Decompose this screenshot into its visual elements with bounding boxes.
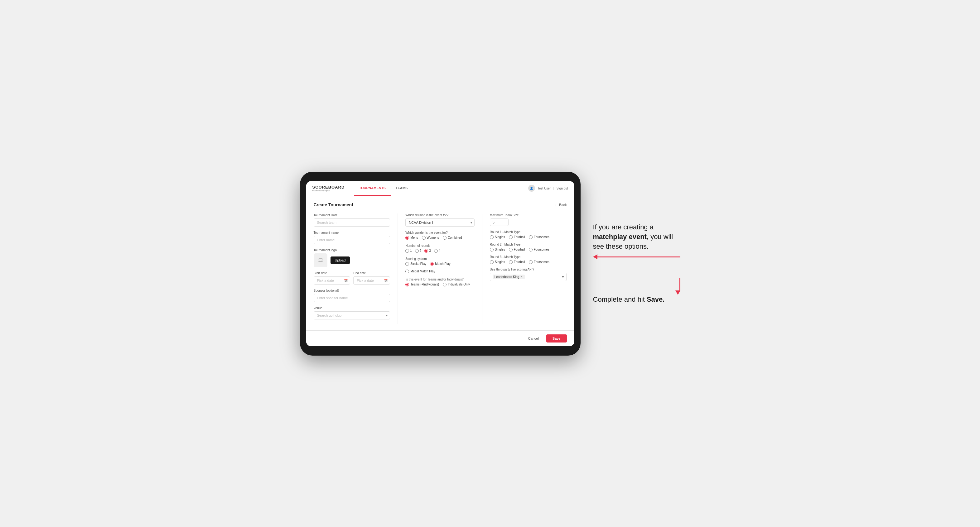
teams-label-text: Teams (+Individuals) xyxy=(410,283,439,286)
max-team-size-group: Maximum Team Size xyxy=(490,213,567,226)
gender-womens-radio[interactable] xyxy=(422,236,426,240)
sponsor-label: Sponsor (optional) xyxy=(314,289,390,292)
scoring-medal-radio[interactable] xyxy=(405,270,409,273)
round3-foursomes[interactable]: Foursomes xyxy=(529,260,549,264)
gender-radio-group: Mens Womens Combined xyxy=(405,236,474,240)
teams-option[interactable]: Teams (+Individuals) xyxy=(405,283,439,286)
gender-label: Which gender is the event for? xyxy=(405,231,474,234)
arrow-top-line xyxy=(597,257,680,257)
sponsor-input[interactable] xyxy=(314,294,390,302)
venue-input[interactable] xyxy=(314,311,390,319)
round3-foursomes-radio[interactable] xyxy=(529,260,533,264)
round1-foursomes-radio[interactable] xyxy=(529,235,533,239)
round1-match-type: Round 1 - Match Type Singles Fourball xyxy=(490,230,567,239)
logo-area: SCOREBOARD Powered by clippit xyxy=(312,185,345,192)
gender-womens-label: Womens xyxy=(427,236,439,239)
round2-label: Round 2 - Match Type xyxy=(490,243,567,246)
round-2[interactable]: 2 xyxy=(415,249,422,253)
round1-foursomes[interactable]: Foursomes xyxy=(529,235,549,239)
round-4[interactable]: 4 xyxy=(434,249,441,253)
teams-label: Is this event for Teams and/or Individua… xyxy=(405,278,474,281)
api-select-box[interactable]: Leaderboard King ✕ ▾ xyxy=(490,273,567,281)
tab-tournaments[interactable]: TOURNAMENTS xyxy=(354,181,390,196)
create-panel: Create Tournament ← Back Tournament Host xyxy=(306,196,574,330)
round2-foursomes[interactable]: Foursomes xyxy=(529,248,549,251)
gender-womens[interactable]: Womens xyxy=(422,236,439,240)
scoring-stroke[interactable]: Stroke Play xyxy=(405,262,426,266)
form-col-right: Maximum Team Size Round 1 - Match Type S… xyxy=(482,213,567,324)
logo-text: SCOREBOARD xyxy=(312,185,345,189)
round3-options: Singles Fourball Foursomes xyxy=(490,260,567,264)
max-team-size-input[interactable] xyxy=(490,219,509,226)
gender-mens[interactable]: Mens xyxy=(405,236,418,240)
sponsor-group: Sponsor (optional) xyxy=(314,289,390,302)
api-label: Use third-party live scoring API? xyxy=(490,268,567,271)
annotation-top-text: If you are creating a matchplay event, y… xyxy=(593,222,680,251)
teams-radio[interactable] xyxy=(405,283,409,286)
round-1[interactable]: 1 xyxy=(405,249,412,253)
division-select-wrapper: NCAA Division I NCAA Division II NCAA Di… xyxy=(405,219,474,227)
panel-header: Create Tournament ← Back xyxy=(314,202,567,207)
round2-fourball-radio[interactable] xyxy=(509,248,512,251)
max-team-size-label: Maximum Team Size xyxy=(490,213,567,217)
scoring-medal-label: Medal Match Play xyxy=(410,270,435,273)
round3-singles[interactable]: Singles xyxy=(490,260,505,264)
tab-teams[interactable]: TEAMS xyxy=(391,181,413,196)
gender-combined-radio[interactable] xyxy=(443,236,447,240)
individuals-option[interactable]: Individuals Only xyxy=(443,283,470,286)
round3-foursomes-label: Foursomes xyxy=(534,260,549,264)
round1-singles[interactable]: Singles xyxy=(490,235,505,239)
round-3-radio[interactable] xyxy=(424,249,428,253)
round3-fourball[interactable]: Fourball xyxy=(509,260,525,264)
round2-foursomes-label: Foursomes xyxy=(534,248,549,251)
rounds-group: Number of rounds 1 2 xyxy=(405,244,474,253)
round1-singles-label: Singles xyxy=(495,235,505,239)
start-date-group: Start date 📅 xyxy=(314,271,350,284)
logo-upload-area: 🖼 Upload xyxy=(314,253,390,267)
arrow-left-head xyxy=(593,254,597,259)
round1-fourball[interactable]: Fourball xyxy=(509,235,525,239)
round1-fourball-radio[interactable] xyxy=(509,235,512,239)
round2-foursomes-radio[interactable] xyxy=(529,248,533,251)
division-select[interactable]: NCAA Division I NCAA Division II NCAA Di… xyxy=(405,219,474,227)
round-4-radio[interactable] xyxy=(434,249,438,253)
tablet-screen: SCOREBOARD Powered by clippit TOURNAMENT… xyxy=(306,181,574,346)
gender-combined[interactable]: Combined xyxy=(443,236,462,240)
upload-button[interactable]: Upload xyxy=(331,257,350,264)
round3-singles-radio[interactable] xyxy=(490,260,493,264)
round-1-label: 1 xyxy=(410,249,412,252)
form-col-middle: Which division is the event for? NCAA Di… xyxy=(398,213,482,324)
scoring-medal[interactable]: Medal Match Play xyxy=(405,270,435,273)
round3-fourball-radio[interactable] xyxy=(509,260,512,264)
round2-fourball-label: Fourball xyxy=(514,248,525,251)
scoring-match-radio[interactable] xyxy=(430,262,434,266)
round-1-radio[interactable] xyxy=(405,249,409,253)
scoring-match-label: Match Play xyxy=(435,262,450,265)
teams-radio-group: Teams (+Individuals) Individuals Only xyxy=(405,283,474,286)
round-2-radio[interactable] xyxy=(415,249,419,253)
cancel-button[interactable]: Cancel xyxy=(524,334,543,343)
avatar: 👤 xyxy=(528,185,535,192)
api-tag-close-icon[interactable]: ✕ xyxy=(520,275,523,278)
round1-singles-radio[interactable] xyxy=(490,235,493,239)
round2-fourball[interactable]: Fourball xyxy=(509,248,525,251)
rounds-radio-group: 1 2 3 xyxy=(405,249,474,253)
tournament-name-input[interactable] xyxy=(314,236,390,244)
rounds-label: Number of rounds xyxy=(405,244,474,248)
start-date-wrapper: 📅 xyxy=(314,276,350,284)
date-row: Start date 📅 End date xyxy=(314,271,390,284)
back-link[interactable]: ← Back xyxy=(555,203,567,206)
scoring-match[interactable]: Match Play xyxy=(430,262,450,266)
scoring-stroke-radio[interactable] xyxy=(405,262,409,266)
round-3[interactable]: 3 xyxy=(424,249,431,253)
arrow-down-container xyxy=(593,278,680,295)
round2-singles[interactable]: Singles xyxy=(490,248,505,251)
arrow-down-tip xyxy=(675,290,680,295)
signout-link[interactable]: Sign out xyxy=(557,187,568,190)
round2-options: Singles Fourball Foursomes xyxy=(490,248,567,251)
round2-singles-radio[interactable] xyxy=(490,248,493,251)
individuals-radio[interactable] xyxy=(443,283,447,286)
save-button[interactable]: Save xyxy=(546,334,567,343)
gender-mens-radio[interactable] xyxy=(405,236,409,240)
tournament-host-input[interactable] xyxy=(314,219,390,227)
